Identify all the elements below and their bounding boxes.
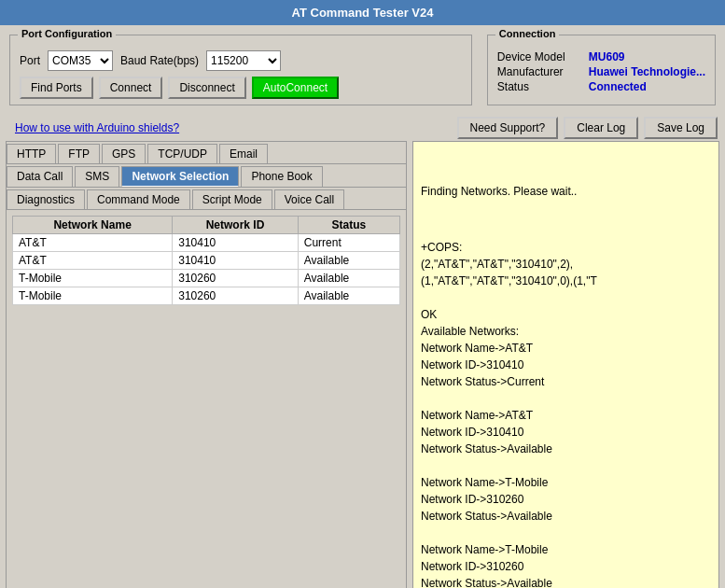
status-value: Connected — [589, 80, 647, 93]
baud-select[interactable]: 115200 — [206, 50, 281, 71]
autoconnect-button[interactable]: AutoConnect — [252, 77, 339, 99]
manufacturer-label: Manufacturer — [497, 65, 581, 78]
connection-label: Connection — [495, 28, 560, 39]
connect-button[interactable]: Connect — [99, 77, 163, 99]
table-row[interactable]: AT&T310410Current — [13, 234, 400, 252]
table-row[interactable]: AT&T310410Available — [13, 252, 400, 270]
support-button[interactable]: Need Support? — [457, 117, 559, 139]
save-log-button[interactable]: Save Log — [644, 117, 718, 139]
disconnect-button[interactable]: Disconnect — [168, 77, 245, 99]
baud-label: Baud Rate(bps) — [120, 54, 199, 67]
col-status: Status — [298, 217, 399, 234]
cell-id: 310260 — [173, 287, 298, 305]
cell-id: 310260 — [173, 270, 298, 287]
help-link[interactable]: How to use with Arduino shields? — [7, 121, 187, 134]
cell-id: 310410 — [173, 234, 298, 252]
device-model-label: Device Model — [497, 50, 581, 63]
port-config-label: Port Configuration — [18, 28, 116, 39]
tab-script-mode[interactable]: Script Mode — [192, 189, 272, 209]
tab-tcpudp[interactable]: TCP/UDP — [147, 144, 217, 163]
left-panel: HTTP FTP GPS TCP/UDP Email Data Call SMS… — [6, 141, 407, 588]
port-label: Port — [20, 54, 40, 67]
port-config-panel: Port Configuration Port COM35 Baud Rate(… — [9, 35, 472, 105]
tab-gps[interactable]: GPS — [102, 144, 146, 163]
log-content: +COPS: (2,"AT&T","AT&T","310410",2),(1,"… — [421, 239, 711, 588]
cell-status: Current — [298, 234, 399, 252]
tab-ftp[interactable]: FTP — [58, 144, 100, 163]
tab-http[interactable]: HTTP — [7, 144, 56, 163]
cell-status: Available — [298, 270, 399, 287]
connection-panel: Connection Device Model MU609 Manufactur… — [487, 35, 716, 105]
tab-row-3: Diagnostics Command Mode Script Mode Voi… — [7, 188, 406, 210]
col-network-id: Network ID — [173, 217, 298, 234]
status-label: Status — [497, 80, 581, 93]
manufacturer-value: Huawei Technologie... — [589, 65, 705, 78]
cell-status: Available — [298, 287, 399, 305]
table-row[interactable]: T-Mobile310260Available — [13, 287, 400, 305]
port-select[interactable]: COM35 — [48, 50, 113, 71]
log-header: Finding Networks. Please wait.. — [421, 183, 711, 200]
network-table: Network Name Network ID Status AT&T31041… — [12, 216, 400, 305]
tab-voice-call[interactable]: Voice Call — [274, 189, 344, 209]
log-panel: Finding Networks. Please wait.. +COPS: (… — [412, 141, 719, 588]
cell-name: T-Mobile — [13, 270, 173, 287]
clear-log-button[interactable]: Clear Log — [564, 117, 638, 139]
app-title: AT Command Tester V24 — [292, 6, 434, 20]
table-row[interactable]: T-Mobile310260Available — [13, 270, 400, 287]
tab-network-selection[interactable]: Network Selection — [121, 166, 239, 187]
cell-id: 310410 — [173, 252, 298, 270]
tab-email[interactable]: Email — [219, 144, 268, 163]
tab-diagnostics[interactable]: Diagnostics — [7, 189, 85, 209]
tab-row-2: Data Call SMS Network Selection Phone Bo… — [7, 164, 406, 188]
device-model-value: MU609 — [589, 50, 625, 63]
cell-status: Available — [298, 252, 399, 270]
tab-command-mode[interactable]: Command Mode — [87, 189, 190, 209]
title-bar: AT Command Tester V24 — [0, 0, 725, 25]
cell-name: AT&T — [13, 234, 173, 252]
tab-sms[interactable]: SMS — [75, 166, 119, 187]
middle-bar: How to use with Arduino shields? Need Su… — [0, 115, 725, 141]
find-ports-button[interactable]: Find Ports — [20, 77, 93, 99]
tab-phone-book[interactable]: Phone Book — [241, 166, 322, 187]
tab-row-1: HTTP FTP GPS TCP/UDP Email — [7, 142, 406, 164]
cell-name: AT&T — [13, 252, 173, 270]
tab-data-call[interactable]: Data Call — [7, 166, 73, 187]
network-table-area: Network Name Network ID Status AT&T31041… — [7, 210, 406, 588]
col-network-name: Network Name — [13, 217, 173, 234]
cell-name: T-Mobile — [13, 287, 173, 305]
